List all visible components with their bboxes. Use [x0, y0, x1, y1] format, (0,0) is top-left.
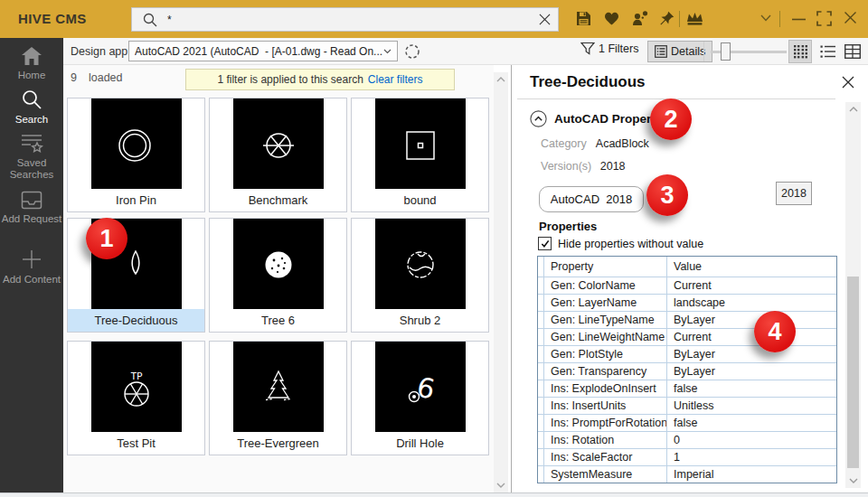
crown-icon[interactable]: [685, 11, 704, 26]
search-icon: [0, 89, 63, 110]
refresh-icon[interactable]: [404, 43, 420, 60]
property-cell: Ins: ScaleFactor: [544, 449, 667, 465]
scroll-up-icon[interactable]: [845, 107, 861, 112]
user-mention-icon[interactable]: [632, 11, 648, 26]
sidebar-item-search[interactable]: Search: [0, 89, 63, 126]
value-cell: ByLayer: [667, 346, 836, 362]
clear-search-icon[interactable]: [531, 14, 558, 25]
filters-label: 1 Filters: [599, 42, 638, 55]
close-panel-icon[interactable]: [842, 76, 854, 89]
versions-row: Version(s) 2018: [541, 160, 626, 173]
add-content-icon: [0, 248, 63, 270]
value-cell: Current: [667, 277, 836, 294]
version-chip[interactable]: 2018: [776, 182, 812, 205]
details-list-icon: [655, 45, 667, 58]
asset-card-label: Drill Hole: [352, 432, 488, 455]
asset-card-label: bound: [352, 189, 488, 211]
column-header-value: Value: [667, 257, 836, 277]
asset-card-bound[interactable]: bound: [351, 98, 489, 212]
row-gutter: [538, 329, 544, 345]
scrollbar-thumb[interactable]: [847, 277, 859, 468]
test-pit-thumbnail: TP: [68, 342, 204, 432]
sidebar: Home Search Saved Searches Add Request A…: [0, 38, 63, 492]
design-app-value: AutoCAD 2021 (AutoCAD - [A-01.dwg - Read…: [135, 45, 383, 58]
heart-icon[interactable]: [604, 11, 619, 26]
close-icon[interactable]: [844, 11, 857, 24]
autocad-version-button[interactable]: AutoCAD 2018: [539, 186, 644, 212]
row-gutter: [538, 380, 544, 397]
annotation-badge-2: 2: [650, 98, 692, 140]
list-view-button[interactable]: [816, 40, 840, 63]
toolbar: Design app: AutoCAD 2021 (AutoCAD - [A-0…: [0, 38, 868, 65]
filters-button[interactable]: 1 Filters: [580, 42, 638, 56]
sidebar-item-saved-searches[interactable]: Saved Searches: [0, 132, 63, 181]
asset-card-tree-evergreen[interactable]: Tree-Evergreen: [209, 341, 347, 455]
asset-card-label: Tree 6: [210, 309, 346, 332]
table-row[interactable]: Gen: LayerNamelandscape: [538, 294, 836, 311]
table-row[interactable]: Ins: ExplodeOnInsertfalse: [538, 380, 836, 397]
asset-card-tree-6[interactable]: Tree 6: [209, 218, 347, 333]
hide-properties-checkbox[interactable]: [538, 237, 552, 250]
table-view-button[interactable]: [841, 40, 864, 63]
property-cell: Ins: Rotation: [544, 432, 667, 448]
design-app-select[interactable]: AutoCAD 2021 (AutoCAD - [A-01.dwg - Read…: [128, 41, 398, 61]
asset-card-label: Test Pit: [68, 432, 204, 455]
row-gutter: [538, 257, 544, 277]
grid-view-button[interactable]: [788, 40, 812, 63]
chevron-down-icon[interactable]: [760, 14, 772, 23]
asset-card-test-pit[interactable]: TP Test Pit: [67, 341, 205, 455]
sidebar-item-add-content[interactable]: Add Content: [0, 248, 63, 286]
loaded-label: loaded: [89, 71, 123, 84]
table-row[interactable]: Gen: TransparencyByLayer: [538, 362, 836, 380]
zoom-slider-thumb[interactable]: [721, 42, 731, 61]
clear-filters-link[interactable]: Clear filters: [368, 73, 423, 86]
value-cell: 0: [667, 432, 836, 448]
maximize-icon[interactable]: [816, 11, 832, 26]
row-gutter: [538, 346, 544, 362]
app-window: HIVE CMS: [0, 0, 868, 497]
row-gutter: [538, 312, 544, 328]
funnel-icon: [580, 42, 595, 56]
scroll-down-icon[interactable]: [845, 478, 861, 483]
bound-thumbnail: [352, 98, 488, 189]
save-icon[interactable]: [576, 11, 591, 26]
pin-icon[interactable]: [659, 11, 675, 26]
table-row[interactable]: Ins: ScaleFactor1: [538, 448, 836, 465]
minimize-icon[interactable]: [792, 18, 806, 21]
value-cell: false: [667, 380, 836, 397]
search-input[interactable]: [165, 13, 531, 27]
asset-card-shrub-2[interactable]: Shrub 2: [351, 218, 489, 333]
asset-card-iron-pin[interactable]: Iron Pin: [67, 98, 205, 212]
asset-card-benchmark[interactable]: Benchmark: [209, 98, 347, 212]
table-row[interactable]: Gen: ColorNameCurrent: [538, 277, 836, 294]
property-cell: Gen: Transparency: [544, 363, 667, 380]
row-gutter: [538, 363, 544, 380]
table-row[interactable]: Ins: Rotation0: [538, 431, 836, 448]
versions-value: 2018: [600, 160, 626, 173]
scroll-down-icon[interactable]: [494, 483, 508, 488]
sidebar-item-home[interactable]: Home: [0, 46, 63, 81]
property-cell: Gen: ColorName: [544, 277, 667, 294]
table-row[interactable]: Ins: PromptForRotationfalse: [538, 414, 836, 431]
properties-heading: Properties: [539, 220, 597, 233]
global-search-box[interactable]: [131, 7, 559, 32]
row-gutter: [538, 277, 544, 294]
value-cell: Current: [667, 329, 836, 345]
sidebar-item-label: Add Content: [0, 274, 63, 286]
scroll-up-icon[interactable]: [494, 77, 508, 82]
drill-hole-thumbnail: 6: [352, 342, 488, 432]
panel-scrollbar[interactable]: [845, 102, 861, 488]
sidebar-item-add-request[interactable]: Add Request: [0, 191, 63, 225]
table-row[interactable]: Gen: PlotStyleByLayer: [538, 345, 836, 362]
grid-scrollbar[interactable]: [494, 72, 508, 492]
table-row[interactable]: SystemMeasureImperial: [538, 465, 836, 483]
asset-card-label: Iron Pin: [68, 189, 204, 211]
property-cell: Ins: ExplodeOnInsert: [544, 380, 667, 397]
chevron-down-icon: [383, 49, 392, 54]
asset-card-drill-hole[interactable]: 6 Drill Hole: [351, 341, 489, 455]
collapse-chevron-up-icon[interactable]: [530, 110, 547, 127]
row-gutter: [538, 415, 544, 431]
value-cell: Unitless: [667, 398, 836, 414]
sidebar-item-label: Saved Searches: [0, 157, 63, 181]
table-row[interactable]: Ins: InsertUnitsUnitless: [538, 397, 836, 414]
